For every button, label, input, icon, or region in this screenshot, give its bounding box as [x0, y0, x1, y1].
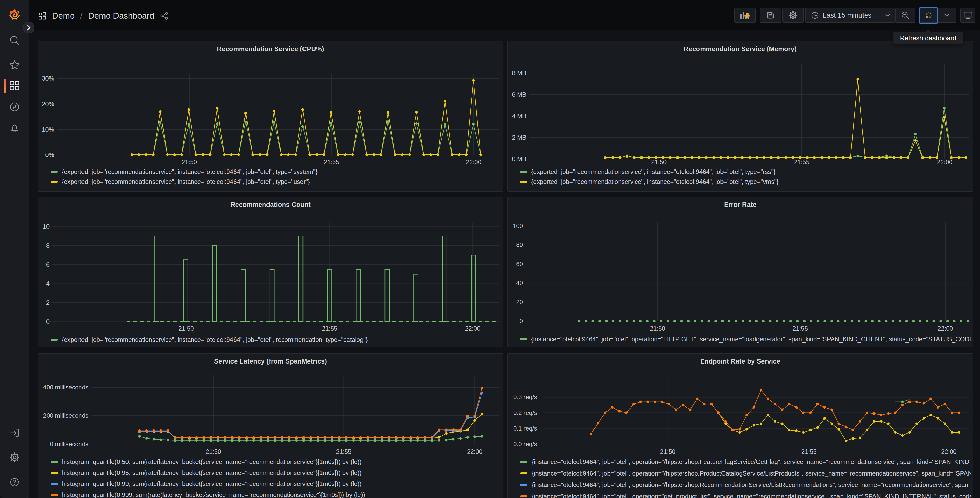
svg-text:21:55: 21:55	[792, 325, 808, 332]
svg-text:30%: 30%	[42, 75, 54, 82]
svg-text:21:50: 21:50	[650, 325, 665, 332]
svg-text:10%: 10%	[42, 126, 54, 133]
svg-text:0.1 req/s: 0.1 req/s	[513, 425, 537, 432]
svg-text:0 milliseconds: 0 milliseconds	[50, 441, 88, 447]
svg-text:0.0 req/s: 0.0 req/s	[513, 441, 537, 447]
svg-text:21:55: 21:55	[336, 448, 351, 455]
svg-text:8 MB: 8 MB	[512, 70, 526, 77]
svg-text:6: 6	[46, 261, 49, 268]
svg-text:0.2 req/s: 0.2 req/s	[513, 409, 537, 416]
svg-text:0 MB: 0 MB	[512, 155, 526, 162]
svg-text:0: 0	[46, 318, 49, 325]
svg-text:6 MB: 6 MB	[512, 91, 526, 98]
svg-text:100: 100	[513, 222, 523, 229]
svg-text:400 milliseconds: 400 milliseconds	[43, 384, 88, 391]
svg-text:40: 40	[516, 279, 523, 286]
svg-text:200 milliseconds: 200 milliseconds	[43, 412, 88, 419]
svg-text:60: 60	[516, 260, 523, 267]
svg-text:20: 20	[516, 298, 523, 305]
svg-text:0%: 0%	[45, 152, 54, 158]
svg-text:2: 2	[46, 299, 49, 306]
svg-text:0: 0	[520, 318, 523, 324]
svg-text:80: 80	[516, 241, 523, 248]
svg-text:21:50: 21:50	[178, 325, 194, 332]
svg-text:2 MB: 2 MB	[512, 134, 526, 141]
svg-text:21:50: 21:50	[651, 158, 667, 165]
svg-text:22:00: 22:00	[466, 158, 481, 165]
svg-text:4: 4	[46, 280, 49, 287]
svg-text:10: 10	[43, 223, 49, 230]
svg-text:21:50: 21:50	[660, 448, 676, 455]
svg-text:22:00: 22:00	[937, 158, 952, 165]
svg-text:21:55: 21:55	[802, 448, 817, 455]
svg-text:21:50: 21:50	[181, 158, 197, 165]
svg-text:22:00: 22:00	[941, 448, 956, 455]
svg-text:21:50: 21:50	[206, 448, 221, 455]
svg-text:0.3 req/s: 0.3 req/s	[513, 393, 537, 401]
svg-text:20%: 20%	[42, 101, 54, 107]
svg-text:4 MB: 4 MB	[512, 112, 526, 120]
svg-text:8: 8	[46, 242, 49, 249]
svg-text:21:55: 21:55	[794, 158, 809, 165]
svg-text:22:00: 22:00	[467, 448, 482, 455]
svg-text:21:55: 21:55	[322, 325, 337, 332]
svg-text:21:55: 21:55	[324, 158, 339, 165]
svg-text:22:00: 22:00	[938, 325, 953, 332]
svg-text:22:00: 22:00	[465, 325, 480, 332]
